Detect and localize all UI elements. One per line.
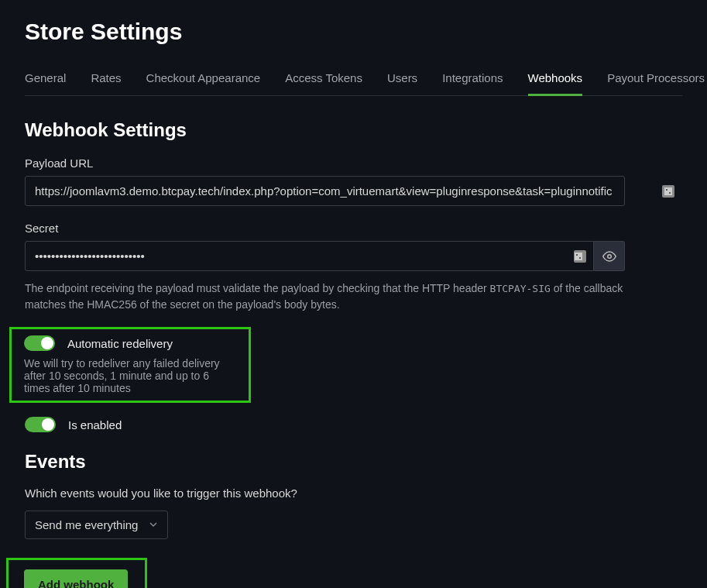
is-enabled-toggle[interactable] — [25, 417, 56, 432]
secret-input[interactable] — [25, 241, 594, 271]
tab-access-tokens[interactable]: Access Tokens — [285, 65, 362, 95]
auto-redelivery-toggle[interactable] — [24, 335, 55, 351]
add-webhook-button[interactable]: Add webhook — [24, 569, 128, 588]
events-heading: Events — [25, 451, 682, 473]
svg-rect-2 — [669, 192, 671, 194]
svg-rect-3 — [575, 253, 582, 260]
tab-general[interactable]: General — [25, 65, 66, 95]
events-select[interactable]: Send me everything — [25, 511, 168, 539]
keychain-icon[interactable] — [662, 185, 674, 198]
payload-url-label: Payload URL — [25, 156, 682, 170]
payload-url-input[interactable] — [25, 176, 625, 206]
page-title: Store Settings — [25, 19, 682, 45]
is-enabled-label: Is enabled — [68, 418, 122, 432]
webhook-settings-heading: Webhook Settings — [25, 119, 682, 141]
tab-rates[interactable]: Rates — [91, 65, 121, 95]
events-select-value: Send me everything — [35, 518, 138, 531]
tab-webhooks[interactable]: Webhooks — [528, 65, 583, 96]
svg-rect-4 — [576, 254, 578, 256]
keychain-icon[interactable] — [574, 250, 586, 263]
chevron-down-icon — [149, 518, 158, 531]
auto-redelivery-help: We will try to redeliver any failed deli… — [24, 357, 236, 394]
settings-tabs: General Rates Checkout Appearance Access… — [25, 65, 682, 96]
tab-integrations[interactable]: Integrations — [442, 65, 503, 95]
svg-point-6 — [607, 254, 611, 258]
svg-rect-1 — [666, 189, 668, 191]
svg-rect-0 — [664, 187, 672, 195]
auto-redelivery-label: Automatic redelivery — [67, 337, 173, 350]
add-webhook-highlight: Add webhook — [6, 558, 147, 588]
secret-help-text: The endpoint receiving the payload must … — [25, 280, 629, 313]
auto-redelivery-highlight: Automatic redelivery We will try to rede… — [9, 327, 251, 403]
tab-users[interactable]: Users — [387, 65, 417, 95]
tab-checkout-appearance[interactable]: Checkout Appearance — [146, 65, 261, 95]
svg-rect-5 — [579, 257, 581, 259]
tab-payout-processors[interactable]: Payout Processors — [607, 65, 705, 95]
reveal-secret-button[interactable] — [594, 241, 625, 271]
secret-label: Secret — [25, 222, 682, 235]
events-question: Which events would you like to trigger t… — [25, 487, 682, 500]
